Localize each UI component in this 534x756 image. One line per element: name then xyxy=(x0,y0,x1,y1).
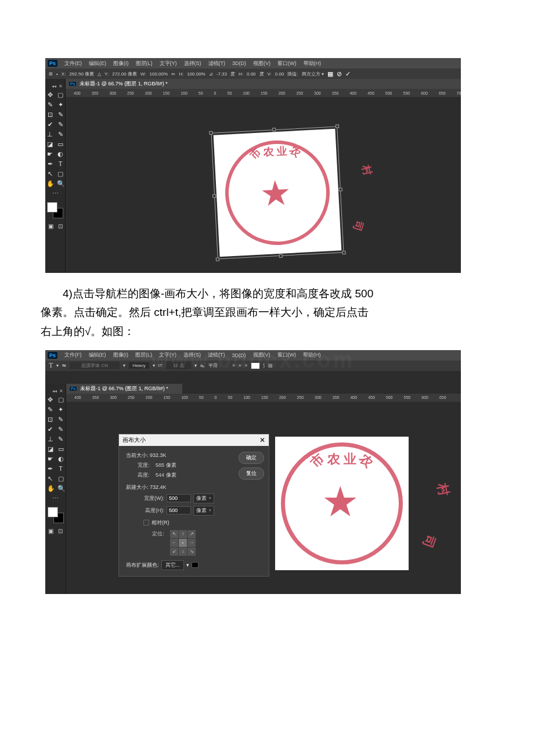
y-value[interactable]: 272.00 像素 xyxy=(112,71,137,77)
menu-view[interactable]: 视图(V) xyxy=(253,351,270,359)
color-swatch[interactable] xyxy=(47,202,63,218)
gradient-tool-icon[interactable]: ▭ xyxy=(57,141,64,148)
pen-tool-icon[interactable]: ✒ xyxy=(46,160,53,168)
zoom-tool-icon[interactable]: 🔍 xyxy=(57,485,64,492)
dialog-close-icon[interactable]: ✕ xyxy=(259,436,265,444)
menu-file[interactable]: 文件(F) xyxy=(64,351,82,359)
stamp-tool-icon[interactable]: ⊥ xyxy=(47,435,54,443)
canvas[interactable]: 市 农 业 农 村 司 ★ 画布大小 ✕ 当前大小: 932.3K xyxy=(66,402,461,594)
screenmode-icon[interactable]: ⊡ xyxy=(58,223,63,229)
cancel-icon[interactable]: ⊘ xyxy=(337,70,342,78)
w-value[interactable]: 100.00% xyxy=(150,71,168,77)
color-swatch[interactable] xyxy=(48,507,64,523)
h-value[interactable]: 100.00% xyxy=(187,71,205,77)
canvas[interactable]: 市 农 业 农 村 司 ★ xyxy=(66,97,461,273)
move-tool-icon[interactable]: ✥ xyxy=(47,396,54,404)
align-center-icon[interactable]: ≡ xyxy=(239,363,241,368)
document-tab[interactable]: Ps 未标题-1 @ 66.7% (图层 1, RGB/8#) * xyxy=(66,384,182,394)
menu-type[interactable]: 文字(Y) xyxy=(160,60,177,67)
menu-help[interactable]: 帮助(H) xyxy=(303,351,321,359)
ok-button[interactable]: 确定 xyxy=(239,452,264,464)
type-tool-icon[interactable]: T xyxy=(57,160,64,168)
menu-help[interactable]: 帮助(H) xyxy=(304,60,322,67)
font-size-input[interactable]: 12 点 xyxy=(166,362,191,369)
panel-close-icon[interactable]: ✕ xyxy=(59,388,63,394)
menu-filter[interactable]: 滤镜(T) xyxy=(208,60,226,67)
menu-file[interactable]: 文件(E) xyxy=(64,60,82,67)
collapse-icon[interactable]: ◂◂ xyxy=(52,388,57,394)
zoom-tool-icon[interactable]: 🔍 xyxy=(57,180,64,188)
interp-select[interactable]: 两次立方 ▾ xyxy=(302,71,324,77)
document-tab[interactable]: Ps 未标题-1 @ 66.7% (图层 1, RGB/8#) * — □ ✕ xyxy=(66,79,461,89)
type-tool-icon[interactable]: T xyxy=(49,361,53,370)
pen-tool-icon[interactable]: ✒ xyxy=(47,465,54,473)
menu-view[interactable]: 视图(V) xyxy=(253,60,270,67)
stamp-tool-icon[interactable]: ⊥ xyxy=(46,131,53,138)
history-brush-icon[interactable]: ✎ xyxy=(57,131,64,138)
extension-color-select[interactable]: 其它... xyxy=(161,560,185,570)
text-color-swatch[interactable] xyxy=(251,363,259,369)
panel-close-icon[interactable]: ✕ xyxy=(59,84,63,89)
quickmask-icon[interactable]: ▣ xyxy=(48,528,53,534)
character-panel-icon[interactable]: ▤ xyxy=(268,363,273,368)
brush-tool-icon[interactable]: ✎ xyxy=(57,426,64,433)
wand-tool-icon[interactable]: ✦ xyxy=(57,101,64,109)
anchor-grid[interactable]: ↖↑↗ ←•→ ↙↓↘ xyxy=(170,530,196,556)
commit-icon[interactable]: ✓ xyxy=(345,70,351,78)
healing-tool-icon[interactable]: ✔ xyxy=(46,121,53,128)
crop-icon[interactable]: ⊞ xyxy=(49,71,53,77)
marquee-tool-icon[interactable]: ▢ xyxy=(57,91,64,99)
warp-icon[interactable]: ▦ xyxy=(327,70,333,78)
menu-image[interactable]: 图像(I) xyxy=(113,351,129,359)
crop-tool-icon[interactable]: ⊡ xyxy=(46,111,53,118)
extension-color-swatch[interactable] xyxy=(192,562,199,568)
quickmask-icon[interactable]: ▣ xyxy=(48,223,53,229)
hand-tool-icon[interactable]: ✋ xyxy=(46,180,53,188)
dodge-tool-icon[interactable]: ◐ xyxy=(57,455,64,463)
eraser-tool-icon[interactable]: ◪ xyxy=(46,141,53,148)
lasso-tool-icon[interactable]: ✎ xyxy=(46,101,53,109)
antialias-select[interactable]: 平滑 xyxy=(208,362,218,369)
angle-value[interactable]: -7.33 xyxy=(217,71,227,77)
type-tool-icon[interactable]: T xyxy=(57,465,64,473)
menu-window[interactable]: 窗口(W) xyxy=(277,351,297,359)
menu-3d[interactable]: 3D(D) xyxy=(232,60,246,66)
align-left-icon[interactable]: ≡ xyxy=(233,363,236,368)
eraser-tool-icon[interactable]: ◪ xyxy=(47,445,54,453)
shape-tool-icon[interactable]: ▢ xyxy=(57,170,64,178)
screenmode-icon[interactable]: ⊡ xyxy=(58,528,63,534)
more-tools-icon[interactable]: ⋯ xyxy=(52,495,59,502)
dodge-tool-icon[interactable]: ◐ xyxy=(57,150,64,158)
hand-tool-icon[interactable]: ✋ xyxy=(47,485,54,492)
shape-tool-icon[interactable]: ▢ xyxy=(57,475,64,483)
menu-select[interactable]: 选择(S) xyxy=(183,351,201,359)
menu-image[interactable]: 图像(I) xyxy=(113,60,129,67)
blur-tool-icon[interactable]: ☛ xyxy=(47,455,54,463)
menu-edit[interactable]: 编辑(E) xyxy=(89,351,106,359)
align-right-icon[interactable]: ≡ xyxy=(245,363,248,368)
menu-3d[interactable]: 3D(D) xyxy=(232,352,246,358)
warp-text-icon[interactable]: ⟆ xyxy=(263,363,265,368)
collapse-icon[interactable]: ◂◂ xyxy=(52,84,56,89)
height-input[interactable]: 500 xyxy=(167,506,191,514)
healing-tool-icon[interactable]: ✔ xyxy=(47,426,54,433)
menu-filter[interactable]: 滤镜(T) xyxy=(208,351,225,359)
menu-edit[interactable]: 编辑(E) xyxy=(89,60,106,67)
path-select-icon[interactable]: ↖ xyxy=(47,475,54,483)
skew-v-value[interactable]: 0.00 xyxy=(275,71,284,77)
lasso-tool-icon[interactable]: ✎ xyxy=(47,406,54,413)
reset-button[interactable]: 复位 xyxy=(239,467,264,480)
menu-type[interactable]: 文字(Y) xyxy=(159,351,176,359)
font-family-select[interactable]: 思源宋体 CN xyxy=(70,362,120,369)
more-tools-icon[interactable]: ⋯ xyxy=(52,190,59,197)
font-weight-select[interactable]: Heavy xyxy=(129,362,149,369)
relative-checkbox[interactable] xyxy=(143,520,149,525)
wand-tool-icon[interactable]: ✦ xyxy=(57,406,64,413)
height-unit-select[interactable]: 像素 xyxy=(193,506,214,516)
link-icon[interactable]: ⇔ xyxy=(171,71,175,77)
marquee-tool-icon[interactable]: ▢ xyxy=(57,396,64,404)
width-unit-select[interactable]: 像素 xyxy=(193,494,214,503)
path-select-icon[interactable]: ↖ xyxy=(46,170,53,178)
menu-layer[interactable]: 图层(L) xyxy=(135,351,152,359)
move-tool-icon[interactable]: ✥ xyxy=(46,91,53,99)
